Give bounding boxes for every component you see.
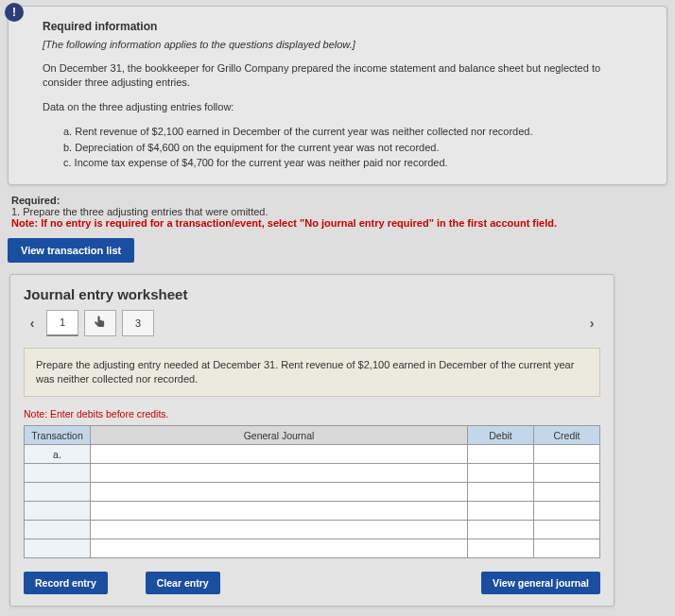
debit-cell[interactable]: [468, 502, 534, 521]
table-row: a.: [25, 445, 600, 464]
view-transaction-list-button[interactable]: View transaction list: [8, 238, 134, 263]
tab-1[interactable]: 1: [46, 310, 78, 336]
credit-cell[interactable]: [534, 464, 600, 483]
transaction-label: a.: [25, 445, 91, 464]
record-entry-button[interactable]: Record entry: [24, 572, 108, 594]
account-cell[interactable]: [91, 521, 468, 539]
info-item-a: a. Rent revenue of $2,100 earned in Dece…: [63, 124, 640, 140]
col-debit: Debit: [468, 426, 534, 445]
info-paragraph-2: Data on the three adjusting entries foll…: [43, 100, 640, 114]
info-item-b: b. Depreciation of $4,600 on the equipme…: [63, 140, 640, 156]
account-cell[interactable]: [91, 502, 468, 521]
journal-entry-worksheet: Journal entry worksheet ‹ 1 3 › Prepare …: [9, 274, 614, 607]
required-section: Required: 1. Prepare the three adjusting…: [11, 195, 664, 229]
required-line-1: 1. Prepare the three adjusting entries t…: [11, 206, 664, 217]
required-information-box: ! Required information [The following in…: [8, 6, 667, 185]
tab-2[interactable]: [84, 310, 116, 336]
chevron-right-icon[interactable]: ›: [583, 315, 600, 332]
col-general-journal: General Journal: [91, 426, 468, 445]
table-row: [25, 464, 600, 483]
transaction-label: [25, 539, 91, 558]
account-cell[interactable]: [91, 464, 468, 483]
tab-3[interactable]: 3: [122, 310, 154, 336]
credit-cell[interactable]: [534, 483, 600, 502]
table-row: [25, 502, 600, 521]
transaction-label: [25, 464, 91, 483]
table-row: [25, 539, 600, 558]
credit-cell[interactable]: [534, 521, 600, 539]
info-list: a. Rent revenue of $2,100 earned in Dece…: [63, 124, 640, 171]
credit-cell[interactable]: [534, 502, 600, 521]
debit-cell[interactable]: [468, 445, 534, 464]
worksheet-tabs: ‹ 1 3 ›: [24, 310, 600, 336]
debit-cell[interactable]: [468, 464, 534, 483]
info-item-c: c. Income tax expense of $4,700 for the …: [63, 155, 640, 171]
debit-cell[interactable]: [468, 521, 534, 539]
info-subtitle: [The following information applies to th…: [43, 39, 640, 50]
info-title: Required information: [43, 20, 640, 33]
hand-pointer-icon: [92, 315, 109, 332]
clear-entry-button[interactable]: Clear entry: [146, 572, 220, 594]
account-cell[interactable]: [91, 539, 468, 558]
table-row: [25, 483, 600, 502]
debit-cell[interactable]: [468, 539, 534, 558]
entry-prompt: Prepare the adjusting entry needed at De…: [24, 348, 600, 398]
transaction-label: [25, 483, 91, 502]
debits-before-credits-note: Note: Enter debits before credits.: [24, 408, 600, 419]
view-general-journal-button[interactable]: View general journal: [481, 572, 600, 594]
journal-entry-table: Transaction General Journal Debit Credit…: [24, 425, 600, 558]
account-cell[interactable]: [91, 483, 468, 502]
transaction-label: [25, 521, 91, 539]
required-heading: Required:: [11, 195, 664, 206]
worksheet-button-row: Record entry Clear entry View general jo…: [24, 572, 600, 594]
required-note: Note: If no entry is required for a tran…: [11, 217, 664, 229]
info-paragraph-1: On December 31, the bookkeeper for Grill…: [43, 61, 640, 91]
table-row: [25, 521, 600, 539]
account-cell[interactable]: [91, 445, 468, 464]
info-badge-icon: !: [5, 3, 24, 22]
chevron-left-icon[interactable]: ‹: [24, 315, 41, 332]
credit-cell[interactable]: [534, 539, 600, 558]
credit-cell[interactable]: [534, 445, 600, 464]
col-credit: Credit: [534, 426, 600, 445]
worksheet-title: Journal entry worksheet: [24, 286, 600, 302]
transaction-label: [25, 502, 91, 521]
col-transaction: Transaction: [25, 426, 91, 445]
debit-cell[interactable]: [468, 483, 534, 502]
